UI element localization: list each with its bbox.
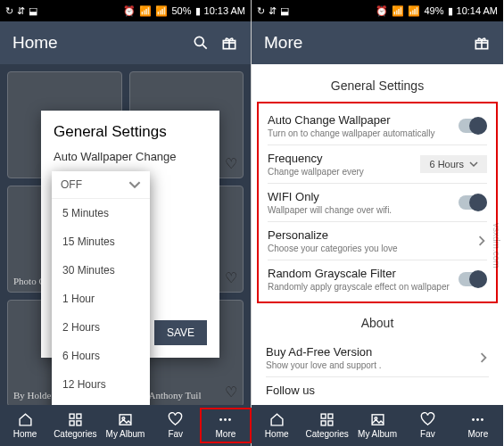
battery-percent: 50%: [171, 5, 191, 16]
section-title-about: About: [252, 310, 503, 335]
dropbox-icon: ⬓: [29, 5, 37, 17]
heart-icon[interactable]: ♡: [225, 384, 237, 401]
setting-frequency[interactable]: Frequency Change wallpaper every 6 Hours: [268, 145, 487, 184]
save-button[interactable]: SAVE: [154, 320, 207, 345]
svg-point-0: [194, 37, 203, 45]
dropdown-option[interactable]: 12 Hours: [52, 370, 150, 399]
svg-rect-18: [328, 414, 333, 418]
svg-rect-9: [120, 415, 131, 425]
grid-icon: [68, 412, 83, 427]
svg-rect-7: [70, 421, 74, 425]
home-icon: [269, 412, 285, 427]
dropdown-option[interactable]: 15 Minutes: [52, 227, 150, 256]
status-bar: ↻ ⇵ ⬓ ⏰ 📶 📶 50% ▮ 10:13 AM: [0, 0, 251, 21]
sync-icon: ↻: [5, 5, 13, 17]
dropdown-option[interactable]: 2 Hours: [52, 313, 150, 342]
nav-fav[interactable]: Fav: [402, 409, 452, 442]
svg-point-11: [220, 418, 223, 421]
frequency-dropdown[interactable]: OFF 5 Minutes 15 Minutes 30 Minutes 1 Ho…: [52, 171, 150, 427]
alarm-icon: ⏰: [123, 5, 136, 17]
svg-rect-8: [77, 421, 81, 425]
update-icon: ⇵: [17, 5, 25, 17]
update-icon: ⇵: [269, 5, 277, 17]
dialog-subtitle: Auto Wallpaper Change: [54, 150, 207, 163]
alarm-icon: ⏰: [376, 5, 388, 17]
dropdown-option[interactable]: 1 Hour: [52, 285, 150, 313]
setting-adfree[interactable]: Buy Ad-Free Version Show your love and s…: [266, 339, 489, 377]
page-title: More: [264, 33, 302, 53]
svg-point-13: [228, 418, 231, 421]
svg-line-1: [202, 45, 207, 49]
chevron-down-icon: [128, 178, 141, 191]
nav-home[interactable]: Home: [252, 409, 302, 442]
wifi-icon: 📶: [139, 5, 152, 17]
nav-categories[interactable]: Categories: [302, 409, 351, 442]
setting-auto-change[interactable]: Auto Change Wallpaper Turn on to change …: [268, 107, 487, 145]
gallery-body: ♡ ♡ Photo C♡ d♡ By Holde♡ By Anthony Tui…: [0, 64, 251, 446]
chevron-right-icon: [478, 352, 489, 363]
dropdown-selected[interactable]: OFF: [52, 171, 150, 199]
svg-point-12: [224, 418, 227, 421]
nav-categories[interactable]: Categories: [50, 409, 100, 442]
svg-point-23: [472, 418, 475, 421]
search-icon[interactable]: [192, 34, 210, 52]
battery-icon: ▮: [195, 5, 201, 17]
page-title: Home: [12, 33, 58, 53]
toggle-switch[interactable]: [459, 119, 487, 133]
setting-follow[interactable]: Follow us: [266, 377, 489, 403]
section-title-general: General Settings: [252, 73, 503, 98]
dropbox-icon: ⬓: [280, 5, 289, 17]
bottom-nav: Home Categories My Album Fav More: [252, 405, 503, 446]
bottom-nav: Home Categories My Album Fav More: [0, 405, 251, 446]
nav-home[interactable]: Home: [0, 409, 50, 442]
nav-fav[interactable]: Fav: [151, 409, 201, 442]
general-settings-group: Auto Change Wallpaper Turn on to change …: [257, 102, 498, 303]
svg-point-25: [481, 418, 483, 421]
chevron-down-icon: [469, 160, 478, 169]
svg-rect-21: [372, 415, 384, 425]
app-header: More: [252, 21, 503, 64]
setting-grayscale[interactable]: Random Grayscale Filter Randomly apply g…: [268, 260, 487, 298]
gift-icon[interactable]: [473, 34, 491, 52]
left-screen: ↻ ⇵ ⬓ ⏰ 📶 📶 50% ▮ 10:13 AM Home ♡ ♡: [0, 0, 252, 446]
right-screen: ↻ ⇵ ⬓ ⏰ 📶 📶 49% ▮ 10:14 AM More General …: [252, 0, 503, 446]
watermark: vsxdm.com: [492, 223, 501, 268]
heart-icon[interactable]: ♡: [225, 155, 237, 172]
heart-icon: [420, 412, 435, 427]
home-icon: [18, 412, 33, 427]
status-time: 10:13 AM: [204, 5, 245, 16]
grid-icon: [319, 412, 335, 427]
dropdown-option[interactable]: 5 Minutes: [52, 199, 150, 227]
frequency-select[interactable]: 6 Hours: [420, 155, 487, 173]
battery-percent: 49%: [424, 5, 443, 16]
battery-icon: ▮: [448, 5, 453, 17]
more-icon: [470, 412, 485, 427]
nav-my-album[interactable]: My Album: [100, 409, 150, 442]
app-header: Home: [0, 21, 251, 64]
dialog-title: General Settings: [54, 123, 207, 141]
gift-icon[interactable]: [220, 34, 238, 52]
svg-rect-17: [321, 414, 326, 418]
nav-my-album[interactable]: My Album: [352, 409, 402, 442]
more-icon: [218, 412, 233, 427]
toggle-switch[interactable]: [459, 195, 487, 210]
settings-body: General Settings Auto Change Wallpaper T…: [252, 64, 503, 446]
chevron-right-icon: [476, 235, 487, 246]
image-icon: [370, 412, 385, 427]
nav-more[interactable]: More: [453, 409, 503, 442]
svg-rect-5: [70, 414, 74, 418]
signal-icon: 📶: [408, 5, 420, 17]
dropdown-option[interactable]: 30 Minutes: [52, 256, 150, 285]
setting-personalize[interactable]: Personalize Choose your categories you l…: [268, 222, 487, 260]
svg-rect-19: [321, 421, 326, 425]
status-bar: ↻ ⇵ ⬓ ⏰ 📶 📶 49% ▮ 10:14 AM: [252, 0, 503, 21]
wifi-icon: 📶: [392, 5, 404, 17]
nav-more[interactable]: More: [201, 409, 251, 442]
svg-rect-20: [328, 421, 333, 425]
toggle-switch[interactable]: [459, 272, 487, 286]
dropdown-option[interactable]: 6 Hours: [52, 342, 150, 370]
setting-wifi-only[interactable]: WIFI Only Wallpaper will change over wif…: [268, 184, 487, 222]
heart-icon: [168, 412, 183, 427]
svg-point-24: [476, 418, 479, 421]
heart-icon[interactable]: ♡: [225, 269, 237, 286]
